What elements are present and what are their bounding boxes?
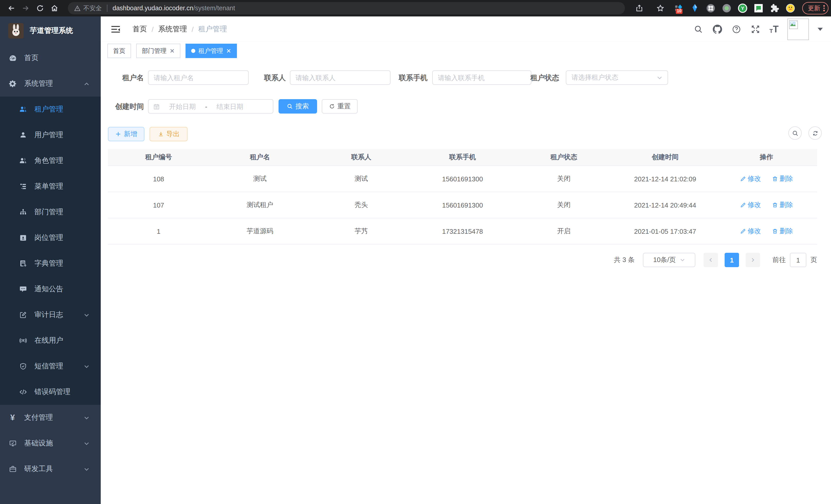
pagination-total: 共 3 条	[614, 255, 635, 265]
menu-fold-icon[interactable]	[110, 23, 121, 35]
sidebar-item-online-users[interactable]: 在线用户	[0, 328, 101, 353]
book-gear-icon	[19, 259, 27, 268]
refresh-table-button[interactable]	[808, 126, 822, 140]
sidebar-item-menus[interactable]: 菜单管理	[0, 174, 101, 199]
sidebar-item-infrastructure[interactable]: 基础设施	[0, 431, 101, 456]
cell-tenant-id: 108	[108, 166, 209, 192]
goto-page-input[interactable]	[790, 253, 806, 267]
contact-label: 联系人	[255, 70, 286, 85]
page-number-button[interactable]: 1	[725, 253, 739, 267]
browser-back-icon[interactable]	[4, 1, 19, 16]
extensions-puzzle-icon[interactable]	[770, 4, 779, 13]
delete-link[interactable]: 删除	[772, 200, 793, 210]
add-button[interactable]: 新增	[108, 127, 144, 141]
browser-forward-icon[interactable]	[19, 1, 33, 16]
cell-mobile: 15601691300	[412, 192, 513, 218]
sidebar-item-tenant[interactable]: 租户管理	[0, 97, 101, 122]
show-search-button[interactable]	[789, 126, 802, 140]
avatar-caret-icon[interactable]	[818, 28, 823, 31]
create-time-range-picker[interactable]: -	[148, 99, 274, 114]
cell-actions: 修改 删除	[716, 192, 817, 218]
avatar[interactable]	[787, 18, 809, 40]
pencil-icon	[740, 228, 746, 234]
tenant-name-input[interactable]	[148, 70, 249, 85]
github-icon[interactable]	[713, 24, 723, 34]
cell-mobile: 17321315478	[412, 218, 513, 244]
edit-link[interactable]: 修改	[740, 174, 761, 183]
search-icon[interactable]	[693, 24, 704, 34]
sidebar-item-payment[interactable]: ¥ 支付管理	[0, 405, 101, 431]
tenants-people-icon	[19, 105, 27, 114]
extension-kite-icon[interactable]	[690, 4, 699, 13]
not-secure-label: 不安全	[83, 4, 102, 12]
extension-chat-icon[interactable]	[754, 4, 763, 13]
breadcrumb-separator: /	[192, 25, 194, 33]
breadcrumb-home[interactable]: 首页	[133, 24, 147, 34]
extension-diamond-icon[interactable]: 10	[674, 4, 684, 13]
sidebar-item-dev-tools[interactable]: 研发工具	[0, 456, 101, 482]
sidebar-item-roles[interactable]: 角色管理	[0, 148, 101, 174]
close-icon[interactable]	[170, 48, 175, 53]
search-button[interactable]: 搜索	[279, 99, 317, 114]
update-button[interactable]: 更新	[802, 2, 828, 14]
browser-menu-icon[interactable]	[823, 5, 825, 11]
help-icon[interactable]	[732, 24, 742, 34]
delete-link[interactable]: 删除	[772, 227, 793, 236]
extension-badge: 10	[676, 9, 683, 14]
monitor-icon	[8, 439, 17, 448]
bookmark-star-icon[interactable]	[653, 1, 667, 16]
extension-command-icon[interactable]	[706, 4, 715, 13]
refresh-icon	[328, 103, 335, 110]
sidebar-item-label: 错误码管理	[34, 387, 70, 396]
prev-page-button[interactable]	[704, 253, 718, 267]
profile-avatar-icon[interactable]	[786, 4, 795, 13]
breadcrumb-separator: /	[152, 25, 154, 33]
sidebar-item-error-codes[interactable]: 错误码管理	[0, 379, 101, 405]
online-signal-icon	[19, 336, 27, 345]
sidebar-item-home[interactable]: 首页	[0, 45, 101, 71]
page-size-select[interactable]: 10条/页	[643, 253, 695, 267]
sidebar-item-audit-log[interactable]: 审计日志	[0, 302, 101, 328]
roles-people-icon	[19, 156, 27, 165]
font-size-icon[interactable]: TT	[770, 24, 779, 34]
export-button[interactable]: 导出	[149, 127, 188, 141]
sidebar-item-sms[interactable]: 短信管理	[0, 353, 101, 379]
sidebar-item-departments[interactable]: 部门管理	[0, 199, 101, 225]
url-path: /system/tenant	[193, 5, 235, 12]
contact-input[interactable]	[290, 70, 391, 85]
chat-bubble-icon	[19, 285, 27, 294]
app-logo[interactable]: 芋道管理系统	[0, 17, 101, 45]
tab-label: 首页	[113, 47, 125, 55]
cell-actions: 修改 删除	[716, 166, 817, 192]
sidebar-item-system[interactable]: 系统管理	[0, 71, 101, 97]
fullscreen-icon[interactable]	[751, 24, 761, 34]
tags-view-bar: 首页 部门管理 租户管理	[101, 41, 831, 61]
sidebar-item-users[interactable]: 用户管理	[0, 122, 101, 148]
edit-link[interactable]: 修改	[740, 200, 761, 210]
reset-button[interactable]: 重置	[322, 99, 358, 114]
mobile-input[interactable]	[432, 70, 532, 85]
breadcrumb-system[interactable]: 系统管理	[158, 24, 187, 34]
tenant-status-select[interactable]: 请选择租户状态	[566, 70, 668, 85]
delete-link[interactable]: 删除	[772, 174, 793, 183]
next-page-button[interactable]	[746, 253, 760, 267]
tab-tenant[interactable]: 租户管理	[185, 44, 237, 58]
edit-link[interactable]: 修改	[740, 227, 761, 236]
add-button-label: 新增	[124, 129, 137, 139]
dashboard-icon	[8, 54, 17, 62]
share-icon[interactable]	[632, 1, 647, 16]
extension-y-icon[interactable]: Y	[738, 4, 747, 13]
start-date-input[interactable]	[163, 102, 202, 111]
sidebar-item-label: 研发工具	[24, 465, 53, 474]
browser-home-icon[interactable]	[47, 1, 62, 16]
sidebar-item-notices[interactable]: 通知公告	[0, 276, 101, 302]
tab-home[interactable]: 首页	[107, 44, 131, 58]
sidebar-item-dictionary[interactable]: 字典管理	[0, 251, 101, 276]
end-date-input[interactable]	[210, 102, 250, 111]
sidebar-item-posts[interactable]: 岗位管理	[0, 225, 101, 251]
tab-departments[interactable]: 部门管理	[136, 44, 180, 58]
close-icon[interactable]	[226, 48, 231, 53]
extension-dot-icon[interactable]	[722, 4, 731, 13]
browser-reload-icon[interactable]	[33, 1, 47, 16]
url-bar[interactable]: 不安全 dashboard.yudao.iocoder.cn/system/te…	[68, 2, 625, 14]
